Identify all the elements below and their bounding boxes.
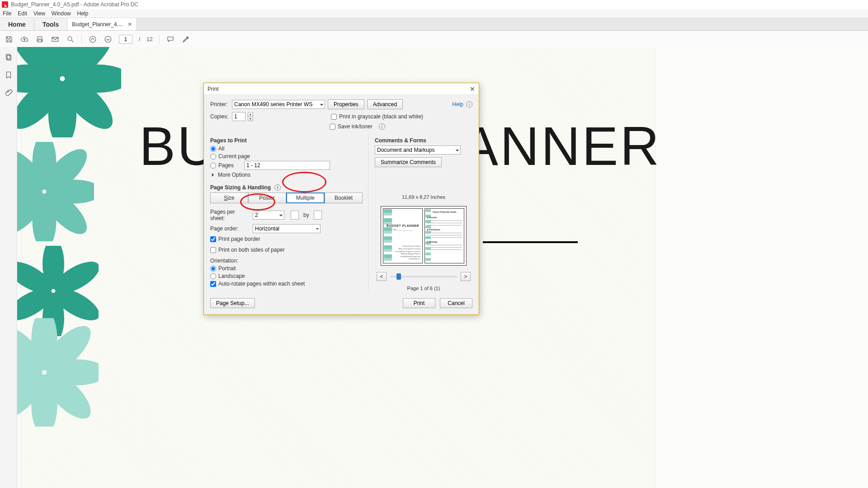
svg-rect-5 — [7, 56, 11, 61]
orientation-label: Orientation: — [210, 258, 363, 264]
close-icon[interactable]: ✕ — [127, 21, 132, 28]
seg-poster[interactable]: Poster — [248, 192, 286, 203]
menu-help[interactable]: Help — [77, 10, 89, 17]
copies-label: Copies: — [210, 113, 229, 120]
attachment-icon[interactable] — [5, 89, 13, 98]
menu-edit[interactable]: Edit — [18, 10, 27, 17]
menu-view[interactable]: View — [33, 10, 45, 17]
separator — [81, 34, 82, 44]
save-icon[interactable] — [5, 35, 14, 44]
cancel-button[interactable]: Cancel — [440, 298, 472, 308]
app-icon — [2, 1, 8, 8]
preview-dimensions: 11,69 x 8,27 Inches — [375, 194, 472, 200]
pps-cols-input[interactable] — [291, 211, 299, 220]
close-icon[interactable]: ✕ — [470, 85, 475, 93]
page-sizing-heading: Page Sizing & Handling — [210, 184, 271, 191]
tab-document[interactable]: Budget_Planner_4.... ✕ — [67, 18, 137, 30]
bookmark-icon[interactable] — [5, 71, 13, 80]
preview-next-button[interactable]: > — [461, 272, 471, 281]
page-total-label: 12 — [146, 36, 152, 42]
page-up-icon[interactable] — [88, 35, 97, 44]
pages-per-sheet-label: Pages per sheet: — [210, 209, 250, 221]
mail-icon[interactable] — [51, 35, 60, 44]
tab-home[interactable]: Home — [0, 18, 34, 30]
seg-multiple[interactable]: Multiple — [286, 192, 325, 203]
page-setup-button[interactable]: Page Setup... — [210, 298, 255, 308]
preview-prev-button[interactable]: < — [377, 272, 387, 281]
info-icon[interactable]: i — [274, 184, 281, 191]
page-order-select[interactable]: Horizontal — [253, 224, 321, 233]
dialog-title: Print — [208, 86, 219, 92]
menu-window[interactable]: Window — [52, 10, 71, 17]
flower-decoration — [17, 142, 94, 241]
print-preview: BUDGET PLANNER For: ____________ Yearly … — [381, 206, 467, 266]
svg-point-1 — [68, 37, 72, 41]
print-button[interactable]: Print — [403, 298, 435, 308]
help-link[interactable]: Help — [452, 101, 463, 108]
summarize-button[interactable]: Summarize Comments — [375, 157, 442, 167]
by-label: by — [303, 212, 309, 218]
comment-icon[interactable] — [166, 35, 175, 44]
cloud-icon[interactable] — [20, 35, 29, 44]
pages-range-input[interactable] — [244, 161, 330, 170]
seg-size[interactable]: Size — [210, 192, 248, 203]
print-dialog: Print ✕ Printer: Canon MX490 series Prin… — [203, 83, 479, 315]
info-icon[interactable]: i — [379, 123, 385, 130]
pages-to-print-heading: Pages to Print — [210, 137, 363, 144]
pages-per-sheet-select[interactable]: 2 — [253, 211, 284, 220]
orient-portrait-radio[interactable]: Portrait — [210, 265, 363, 272]
svg-point-3 — [105, 36, 111, 42]
pages-all-radio[interactable]: All — [210, 145, 363, 152]
pages-current-radio[interactable]: Current page — [210, 153, 363, 160]
page-number-input[interactable] — [119, 35, 132, 44]
page-separator-label: / — [139, 36, 140, 42]
flower-decoration — [17, 318, 99, 427]
copies-spinner[interactable]: ▲▼ — [248, 112, 253, 121]
printer-label: Printer: — [210, 101, 229, 108]
page-order-label: Page order: — [210, 225, 250, 232]
print-icon[interactable] — [35, 35, 44, 44]
comments-forms-heading: Comments & Forms — [375, 137, 472, 144]
pps-rows-input[interactable] — [314, 211, 322, 220]
search-icon[interactable] — [66, 35, 75, 44]
advanced-button[interactable]: Advanced — [367, 99, 403, 109]
highlight-icon[interactable] — [181, 35, 190, 44]
tab-tools[interactable]: Tools — [34, 18, 67, 30]
window-title: Budget_Planner_4.0_A5.pdf - Adobe Acroba… — [11, 1, 138, 8]
printer-select[interactable]: Canon MX490 series Printer WS — [232, 100, 325, 109]
saveink-check[interactable]: Save ink/toner — [330, 123, 373, 130]
page-down-icon[interactable] — [104, 35, 113, 44]
properties-button[interactable]: Properties — [328, 99, 364, 109]
more-options-toggle[interactable]: More Options — [212, 172, 363, 178]
comments-forms-select[interactable]: Document and Markups — [375, 145, 461, 155]
seg-booklet[interactable]: Booklet — [325, 192, 363, 203]
print-border-check[interactable]: Print page border — [210, 236, 363, 242]
preview-page-label: Page 1 of 6 (1) — [375, 286, 472, 291]
menu-bar: File Edit View Window Help — [0, 9, 868, 18]
tab-document-label: Budget_Planner_4.... — [72, 21, 123, 28]
svg-rect-4 — [6, 54, 9, 59]
orient-landscape-radio[interactable]: Landscape — [210, 273, 363, 279]
svg-point-2 — [90, 36, 96, 42]
menu-file[interactable]: File — [3, 10, 11, 17]
pages-range-radio[interactable]: Pages — [210, 161, 363, 170]
copies-input[interactable] — [232, 112, 245, 121]
grayscale-check[interactable]: Print in grayscale (black and white) — [331, 113, 423, 120]
info-icon[interactable]: i — [466, 101, 472, 108]
preview-slider[interactable] — [390, 276, 457, 277]
title-underline — [483, 241, 578, 243]
flower-decoration — [17, 47, 121, 137]
separator — [159, 34, 160, 44]
both-sides-check[interactable]: Print on both sides of paper — [210, 247, 363, 253]
thumbnails-icon[interactable] — [5, 53, 13, 63]
auto-rotate-check[interactable]: Auto-rotate pages within each sheet — [210, 281, 363, 287]
